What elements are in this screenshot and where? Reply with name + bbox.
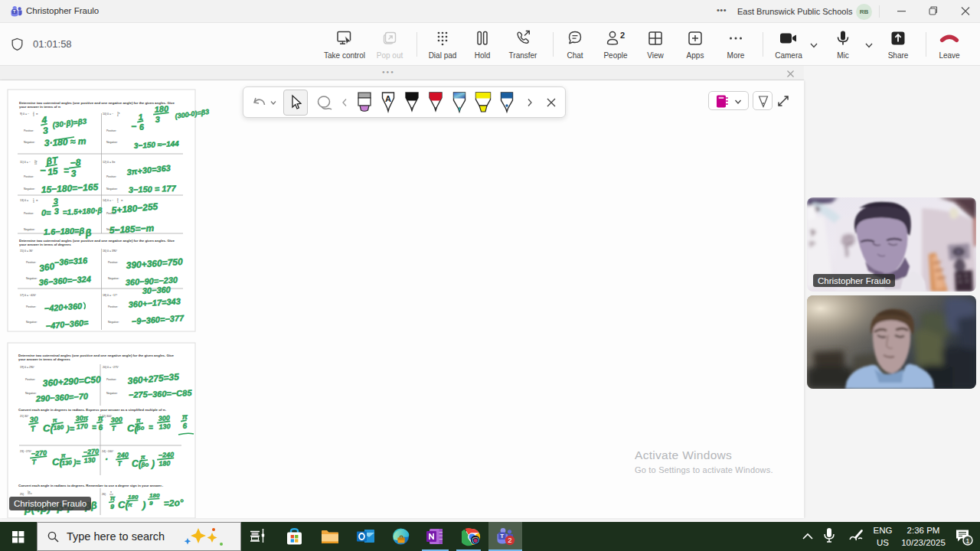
svg-text:Positive:: Positive: (24, 129, 34, 132)
svg-text:)=: )= (66, 424, 75, 433)
svg-text:1.6−180=β: 1.6−180=β (44, 226, 85, 236)
svg-text:=: = (149, 423, 153, 432)
svg-text:20) θ = −275°: 20) θ = −275° (103, 366, 119, 369)
svg-text:14) θ = −: 14) θ = − (103, 199, 113, 202)
svg-text:13) θ =: 13) θ = (20, 199, 28, 202)
svg-text:5π: 5π (28, 491, 31, 494)
svg-text:180: 180 (53, 424, 64, 432)
svg-text:Negative:: Negative: (24, 141, 35, 144)
svg-text:25): 25) (20, 493, 24, 496)
svg-text:21) 30°: 21) 30° (20, 415, 29, 418)
svg-text:3: 3 (53, 197, 58, 206)
svg-text:180: 180 (149, 492, 160, 499)
svg-text:Negative:: Negative: (106, 141, 118, 144)
svg-text:130: 130 (83, 456, 96, 465)
svg-text:15) θ = 36°: 15) θ = 36° (20, 249, 34, 253)
svg-text:Positive:: Positive: (108, 305, 118, 308)
svg-text:your answer in terms of π: your answer in terms of π (19, 105, 61, 109)
svg-text:15: 15 (34, 162, 38, 165)
svg-text:−: − (131, 121, 136, 132)
svg-text:9) θ = −: 9) θ = − (20, 112, 29, 116)
svg-text:Positive:: Positive: (106, 378, 116, 381)
svg-text:π: π (110, 494, 116, 502)
svg-text:Positive:: Positive: (24, 212, 34, 215)
svg-text:Negative:: Negative: (24, 187, 35, 191)
svg-text:6: 6 (182, 422, 188, 430)
svg-text:0=: 0= (41, 208, 51, 217)
svg-text:your answer in terms of degree: your answer in terms of degrees (18, 357, 70, 361)
svg-text:3: 3 (155, 115, 160, 124)
svg-text:9: 9 (110, 503, 114, 510)
svg-text:Negative:: Negative: (108, 277, 119, 280)
svg-text:·: · (105, 454, 108, 465)
svg-text:)=: )= (73, 458, 80, 467)
svg-text:2: 2 (620, 31, 625, 40)
svg-text:π: π (141, 454, 145, 461)
svg-text:130: 130 (61, 459, 72, 467)
svg-text:26): 26) (102, 493, 106, 496)
svg-text:Positive:: Positive: (26, 261, 36, 264)
svg-text:your answer in terms of degree: your answer in terms of degrees (19, 243, 71, 246)
svg-text:180: 180 (158, 459, 171, 468)
svg-text:180: 180 (128, 494, 139, 500)
svg-text:Negative:: Negative: (106, 187, 118, 191)
svg-text:3: 3 (54, 207, 59, 216)
svg-text:Positive:: Positive: (26, 305, 36, 308)
svg-text:10) θ = −: 10) θ = − (103, 112, 113, 116)
svg-text:A: A (385, 94, 391, 103)
svg-text:24) −240°: 24) −240° (102, 450, 114, 453)
svg-text:π: π (110, 491, 112, 494)
svg-text:Negative:: Negative: (106, 392, 118, 395)
svg-text:1: 1 (138, 112, 143, 122)
svg-text:T: T (500, 533, 504, 540)
svg-text:Positive:: Positive: (106, 129, 116, 132)
svg-text:Negative:: Negative: (24, 228, 35, 231)
svg-text:Positive:: Positive: (106, 175, 116, 178)
svg-text:15: 15 (47, 165, 58, 178)
svg-text:βo: βo (140, 461, 149, 468)
svg-text:17) θ = −420°: 17) θ = −420° (20, 294, 37, 297)
svg-text:Positive:: Positive: (108, 261, 118, 264)
svg-text:3·180 ≈ m: 3·180 ≈ m (44, 135, 87, 148)
svg-text:170: 170 (76, 422, 88, 431)
svg-text:Positive:: Positive: (25, 378, 35, 381)
svg-text:−: − (40, 165, 46, 176)
svg-text:=2o°: =2o° (163, 497, 184, 509)
svg-text:Convert each angle in radians: Convert each angle in radians to degrees… (18, 484, 163, 487)
svg-text:Negative:: Negative: (26, 277, 38, 280)
svg-text:π: π (128, 501, 132, 508)
svg-text:βo: βo (136, 424, 145, 432)
svg-text:T: T (13, 9, 16, 14)
svg-text:16) θ = 390°: 16) θ = 390° (103, 249, 118, 253)
svg-text:Positive:: Positive: (24, 175, 34, 178)
svg-text:1: 1 (965, 536, 969, 545)
svg-text:Negative:: Negative: (108, 321, 119, 324)
svg-text:11) θ = −: 11) θ = − (20, 161, 31, 164)
svg-text:3−150 = 177: 3−150 = 177 (129, 184, 177, 194)
svg-text:Negative:: Negative: (26, 321, 38, 324)
svg-text:18) θ = −17°: 18) θ = −17° (103, 294, 118, 297)
svg-text:π: π (136, 417, 142, 424)
svg-text:3: 3 (70, 168, 77, 179)
svg-text:=: = (92, 423, 96, 432)
svg-text:12) θ = 3π: 12) θ = 3π (103, 161, 116, 164)
svg-text:9: 9 (149, 500, 153, 507)
svg-text:2: 2 (508, 536, 511, 544)
svg-text:19) θ = 290°: 19) θ = 290° (20, 366, 35, 369)
svg-text:π: π (61, 452, 67, 459)
svg-text:=: = (64, 165, 69, 176)
svg-text:130: 130 (158, 422, 171, 431)
svg-text:30−360: 30−360 (142, 285, 171, 295)
svg-text:Convert each angle in degrees: Convert each angle in degrees to radians… (18, 408, 166, 412)
